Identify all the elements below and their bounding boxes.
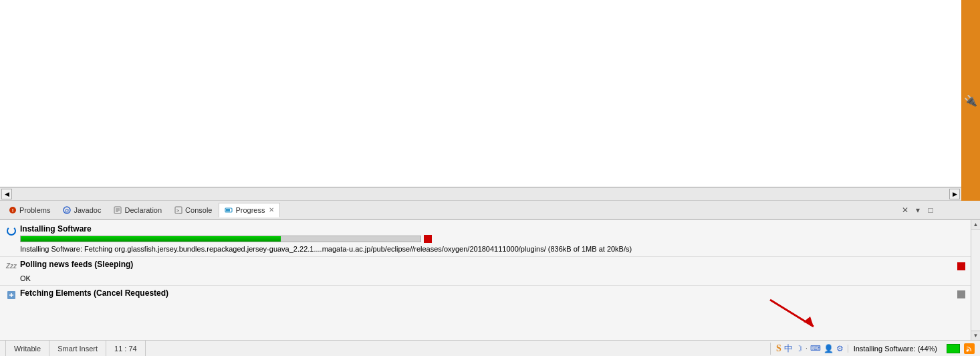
task-fetching-stop-btn[interactable] (957, 290, 965, 298)
right-side-panel: 🔌 (961, 0, 980, 201)
scrollbar-down-btn[interactable]: ▼ (971, 331, 980, 340)
tab-progress-close[interactable]: ✕ (269, 206, 274, 213)
tab-bar-actions: ✕ ▾ □ (900, 205, 936, 215)
status-bar: Writable Smart Insert 11 : 74 S 中 ☽ · ⌨ … (0, 340, 980, 356)
dot-icon: · (806, 345, 808, 352)
task-row-polling: Zzz Polling news feeds (Sleeping) (0, 258, 971, 274)
tab-problems[interactable]: ! Problems (3, 203, 56, 217)
task-progress-bar-wrapper (20, 236, 421, 242)
scrollbar-track (971, 230, 980, 331)
tab-maximize-btn[interactable]: □ (925, 205, 936, 215)
status-progress-bar (947, 344, 960, 353)
task-installing-icon (5, 225, 17, 237)
status-position: 11 : 74 (106, 341, 146, 356)
keyboard-icon[interactable]: ⌨ (810, 344, 821, 353)
plug-icon: 🔌 (964, 94, 977, 107)
javadoc-icon: @ (63, 206, 71, 214)
tab-console-label: Console (185, 206, 212, 214)
svg-rect-11 (226, 209, 230, 211)
problems-icon: ! (9, 206, 17, 214)
scroll-right-arrow[interactable]: ▶ (949, 189, 960, 199)
tab-progress[interactable]: Progress ✕ (219, 203, 280, 217)
svg-marker-16 (804, 317, 814, 327)
task-polling-icon: Zzz (5, 260, 17, 272)
task-progress-bar-container (20, 235, 965, 243)
status-writable: Writable (5, 341, 49, 356)
task-installing-title: Installing Software (20, 224, 965, 234)
tab-problems-label: Problems (19, 206, 50, 214)
task-polling-ok: OK (0, 274, 971, 284)
arrow-area (0, 303, 971, 330)
editor-area (0, 0, 980, 187)
task-fetching-icon (5, 289, 17, 301)
tab-javadoc-label: Javadoc (74, 206, 101, 214)
console-icon: >_ (174, 206, 182, 214)
svg-text:!: ! (12, 207, 14, 213)
progress-panel: Installing Software Installing Software:… (0, 219, 980, 340)
task-row-installing: Installing Software Installing Software:… (0, 223, 971, 255)
progress-icon (225, 206, 233, 214)
red-arrow-indicator (763, 296, 824, 330)
tab-bar: ! Problems @ Javadoc (0, 201, 980, 219)
status-installing-text: Installing Software: (44%) (848, 345, 943, 353)
scroll-left-arrow[interactable]: ◀ (1, 189, 12, 199)
task-polling-content: Polling news feeds (Sleeping) (20, 260, 957, 270)
tab-minimize-btn[interactable]: ✕ (900, 205, 910, 215)
svg-text:@: @ (65, 208, 70, 213)
task-polling-stop-btn[interactable] (957, 262, 965, 270)
svg-point-17 (967, 349, 969, 351)
springtool-icon[interactable]: S (776, 343, 781, 354)
zzz-icon: Zzz (6, 263, 17, 270)
tab-declaration[interactable]: Declaration (108, 203, 168, 217)
moon-icon[interactable]: ☽ (795, 344, 803, 353)
gear-icon[interactable]: ⚙ (836, 344, 844, 353)
chinese-input-icon[interactable]: 中 (784, 343, 793, 355)
task-installing-detail: Installing Software: Fetching org.glassf… (20, 244, 965, 254)
status-right: S 中 ☽ · ⌨ 👤 ⚙ Installing Software: (44%) (770, 343, 975, 355)
task-row-fetching: Fetching Elements (Cancel Requested) (0, 287, 971, 303)
separator-2 (0, 285, 971, 286)
person-icon[interactable]: 👤 (824, 344, 834, 353)
svg-text:>_: >_ (176, 208, 182, 213)
installing-label: Installing Software: (44%) (854, 345, 937, 353)
task-installing-content: Installing Software Installing Software:… (20, 224, 965, 254)
status-smart-insert: Smart Insert (49, 341, 106, 356)
declaration-icon (114, 206, 122, 214)
task-progress-bar-fill (21, 236, 281, 242)
update-icon[interactable] (964, 343, 975, 354)
tab-console[interactable]: >_ Console (168, 203, 218, 217)
tab-javadoc[interactable]: @ Javadoc (57, 203, 107, 217)
separator-1 (0, 256, 971, 257)
tab-dropdown-btn[interactable]: ▾ (912, 205, 923, 215)
task-installing-stop-btn[interactable] (424, 235, 432, 243)
panel-scrollbar: ▲ ▼ (971, 220, 980, 340)
task-polling-title: Polling news feeds (Sleeping) (20, 260, 957, 269)
scrollbar-up-btn[interactable]: ▲ (971, 220, 980, 230)
tab-declaration-label: Declaration (124, 206, 162, 214)
rss-icon-svg (965, 345, 973, 353)
tab-progress-label: Progress (235, 206, 265, 214)
